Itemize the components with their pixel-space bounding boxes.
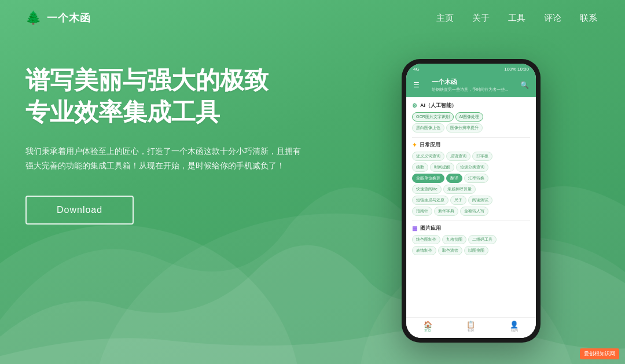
hero-title: 谱写美丽与强大的极致 专业效率集成工具 <box>25 65 350 128</box>
bottom-bar-home[interactable]: 🏠 主页 <box>424 322 432 333</box>
tag-dict[interactable]: 新华字典 <box>434 207 458 216</box>
daily-tags-row-3: 全能单位换算 翻译 汇率转换 <box>412 174 530 183</box>
image-tags-row-2: 表情制作 取色滴管 以图搜图 <box>412 246 530 255</box>
tag-colorize[interactable]: 黑白图像上色 <box>412 123 444 133</box>
nav-home[interactable]: 主页 <box>436 13 454 24</box>
tag-translate[interactable]: 翻译 <box>446 174 462 183</box>
home-icon: 🏠 <box>424 322 432 328</box>
divider-1 <box>412 137 530 138</box>
nav-links: 主页 关于 工具 评论 联系 <box>436 13 597 24</box>
navbar: 🌲 一个木函 主页 关于 工具 评论 联系 <box>0 0 625 36</box>
tag-nine-grid[interactable]: 九格切图 <box>442 235 466 244</box>
phone-status-bar: 4G 100% 10:00 <box>406 64 536 74</box>
logo-text: 一个木函 <box>47 11 91 25</box>
community-icon: 📋 <box>467 322 475 328</box>
watermark: 爱创根知识网 <box>580 348 619 359</box>
nav-tools[interactable]: 工具 <box>508 13 525 24</box>
tag-resolution[interactable]: 图像分辨率提升 <box>446 123 483 133</box>
tag-amount[interactable]: 金额转人写 <box>460 207 488 216</box>
page-wrapper: 🌲 一个木函 主页 关于 工具 评论 联系 谱写美丽与强大的极致 专业效率集成工… <box>0 0 625 364</box>
ai-section: ⚙ AI（人工智能） OCR图片文字识别 AI图像处理 黑白图像上色 图像分辨率… <box>412 102 530 133</box>
phone-container: 4G 100% 10:00 ☰ 一个木函 给钢铁直男一些诗意，予时间行为者一些.… <box>402 59 541 343</box>
phone-app-title: 一个木函 <box>432 78 508 86</box>
phone-screen: 4G 100% 10:00 ☰ 一个木函 给钢铁直男一些诗意，予时间行为者一些.… <box>406 64 536 338</box>
download-button[interactable]: Download <box>25 196 134 225</box>
hero-title-line2: 专业效率集成工具 <box>25 98 220 126</box>
phone-header: ☰ 一个木函 给钢铁直男一些诗意，予时间行为者一些... 🔍 <box>406 74 536 97</box>
profile-icon: 👤 <box>510 322 519 328</box>
hamburger-icon[interactable]: ☰ <box>413 81 420 89</box>
divider-2 <box>412 220 530 221</box>
phone-frame: 4G 100% 10:00 ☰ 一个木函 给钢铁直男一些诗意，予时间行为者一些.… <box>402 59 541 343</box>
ai-tags-row-1: OCR图片文字识别 AI图像处理 <box>412 112 530 122</box>
tag-compass[interactable]: 指南针 <box>412 207 432 216</box>
tag-unit[interactable]: 全能单位换算 <box>412 174 444 183</box>
tag-emoji[interactable]: 表情制作 <box>412 246 436 255</box>
hero-left: 谱写美丽与强大的极致 专业效率集成工具 我们秉承着用户体验至上的匠心，打造了一个… <box>25 53 350 225</box>
tag-reading[interactable]: 阅读测试 <box>468 196 492 205</box>
hero-section: 谱写美丽与强大的极致 专业效率集成工具 我们秉承着用户体验至上的匠心，打造了一个… <box>0 36 625 359</box>
tag-typing[interactable]: 打字板 <box>472 152 492 161</box>
tag-idiom[interactable]: 成语查询 <box>446 152 470 161</box>
logo-area: 🌲 一个木函 <box>25 10 91 25</box>
bottom-bar-profile-label: 我的 <box>511 328 518 333</box>
tag-solid-color[interactable]: 纯色图制作 <box>412 235 440 244</box>
search-icon[interactable]: 🔍 <box>520 81 529 89</box>
bottom-bar-profile[interactable]: 👤 我的 <box>510 322 519 333</box>
tag-relative[interactable]: 亲戚称呼算量 <box>443 185 476 194</box>
tag-synonym[interactable]: 近义义词查询 <box>412 152 444 161</box>
bottom-bar-home-label: 主页 <box>424 328 431 333</box>
daily-tags-row-1: 近义义词查询 成语查询 打字板 <box>412 152 530 161</box>
hero-right: 4G 100% 10:00 ☰ 一个木函 给钢铁直男一些诗意，予时间行为者一些.… <box>373 53 569 343</box>
tag-ruler[interactable]: 尺子 <box>450 196 466 205</box>
status-right: 100% 10:00 <box>504 67 529 72</box>
image-section: ▦ 图片应用 纯色图制作 九格切图 二维码工具 表情制作 <box>412 225 530 255</box>
ai-section-title: ⚙ AI（人工智能） <box>412 102 530 109</box>
image-tags-row-1: 纯色图制作 九格切图 二维码工具 <box>412 235 530 244</box>
phone-content: ⚙ AI（人工智能） OCR图片文字识别 AI图像处理 黑白图像上色 图像分辨率… <box>406 97 536 317</box>
daily-tags-row-6: 指南针 新华字典 金额转人写 <box>412 207 530 216</box>
tag-ai-image[interactable]: AI图像处理 <box>455 112 484 122</box>
tag-qrcode[interactable]: 二维码工具 <box>468 235 497 244</box>
logo-icon: 🌲 <box>25 10 41 25</box>
phone-app-subtitle: 给钢铁直男一些诗意，予时间行为者一些... <box>432 87 508 93</box>
daily-tags-row-5: 短链生成与还原 尺子 阅读测试 <box>412 196 530 205</box>
daily-tags-row-4: 快速查阅lite 亲戚称呼算量 <box>412 185 530 194</box>
tag-shortlink[interactable]: 短链生成与还原 <box>412 196 448 205</box>
nav-contact[interactable]: 联系 <box>580 13 597 24</box>
nav-reviews[interactable]: 评论 <box>544 13 561 24</box>
ai-tags-row-2: 黑白图像上色 图像分辨率提升 <box>412 123 530 133</box>
bottom-bar-community-label: 社区 <box>468 328 475 333</box>
nav-about[interactable]: 关于 <box>472 13 490 24</box>
daily-tags-row-2: 函数 时间提醒 垃圾分类查询 <box>412 163 530 172</box>
tag-timer[interactable]: 时间提醒 <box>430 163 454 172</box>
tag-quick[interactable]: 快速查阅lite <box>412 185 442 194</box>
image-section-title: ▦ 图片应用 <box>412 225 530 232</box>
phone-bottom-bar: 🏠 主页 📋 社区 👤 我的 <box>406 317 536 338</box>
hero-title-line1: 谱写美丽与强大的极致 <box>25 67 269 94</box>
hero-description: 我们秉承着用户体验至上的匠心，打造了一个木函这款十分小巧清新，且拥有强大完善的功… <box>25 144 303 173</box>
daily-section: ✦ 日常应用 近义义词查询 成语查询 打字板 函数 <box>412 141 530 216</box>
tag-colorpick[interactable]: 取色滴管 <box>438 246 462 255</box>
app-title-area: 一个木函 给钢铁直男一些诗意，予时间行为者一些... <box>432 78 508 93</box>
tag-imgsearch[interactable]: 以图搜图 <box>464 246 488 255</box>
daily-section-title: ✦ 日常应用 <box>412 141 530 149</box>
status-left: 4G <box>413 67 420 72</box>
bottom-bar-community[interactable]: 📋 社区 <box>467 322 475 333</box>
tag-exchange[interactable]: 汇率转换 <box>464 174 488 183</box>
tag-ocr[interactable]: OCR图片文字识别 <box>412 112 454 122</box>
tag-trash[interactable]: 垃圾分类查询 <box>456 163 488 172</box>
tag-function[interactable]: 函数 <box>412 163 428 172</box>
